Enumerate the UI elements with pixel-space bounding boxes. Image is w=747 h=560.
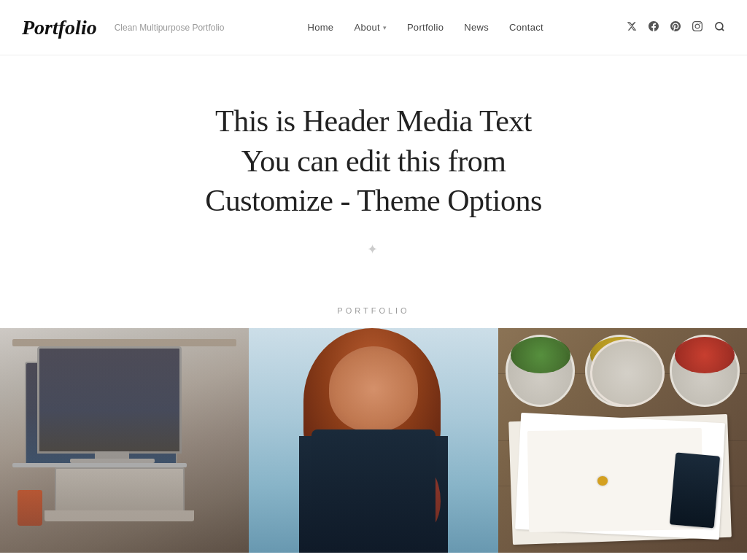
pinterest-icon[interactable] bbox=[670, 21, 681, 34]
search-button[interactable] bbox=[714, 21, 725, 34]
hero-divider-icon: ✦ bbox=[367, 241, 381, 257]
portfolio-section-header: PORTFOLIO bbox=[0, 289, 747, 328]
portfolio-item-flatlay[interactable] bbox=[498, 328, 747, 553]
twitter-icon[interactable] bbox=[627, 21, 637, 34]
instagram-icon[interactable] bbox=[692, 21, 703, 34]
hero-section: This is Header Media Text You can edit t… bbox=[0, 55, 747, 289]
svg-point-0 bbox=[716, 22, 723, 29]
portfolio-item-portrait[interactable] bbox=[249, 328, 498, 553]
pushpin-shape bbox=[597, 476, 608, 485]
phone-shape bbox=[669, 452, 720, 528]
nav-home[interactable]: Home bbox=[308, 22, 334, 33]
header-right bbox=[627, 21, 725, 34]
portfolio-label: PORTFOLIO bbox=[337, 306, 409, 315]
nav-contact[interactable]: Contact bbox=[509, 22, 543, 33]
site-tagline: Clean Multipurpose Portfolio bbox=[115, 23, 225, 33]
nav-news[interactable]: News bbox=[464, 22, 489, 33]
nav-about-wrapper: About ▾ bbox=[354, 22, 386, 33]
portfolio-grid bbox=[0, 328, 747, 553]
main-nav: Home About ▾ Portfolio News Contact bbox=[308, 22, 543, 33]
portfolio-item-workspace[interactable] bbox=[0, 328, 249, 553]
header-left: Portfolio Clean Multipurpose Portfolio bbox=[22, 16, 224, 39]
facebook-icon[interactable] bbox=[649, 21, 659, 34]
site-header: Portfolio Clean Multipurpose Portfolio H… bbox=[0, 0, 747, 55]
mug-shape bbox=[18, 490, 42, 526]
laptop-shape bbox=[55, 467, 184, 513]
svg-line-1 bbox=[721, 28, 724, 31]
monitor-shape bbox=[37, 346, 182, 454]
nav-portfolio[interactable]: Portfolio bbox=[407, 22, 444, 33]
face-shape bbox=[329, 346, 419, 432]
site-title[interactable]: Portfolio bbox=[22, 16, 97, 39]
hero-text: This is Header Media Text You can edit t… bbox=[205, 101, 542, 221]
about-chevron-icon: ▾ bbox=[383, 24, 387, 31]
tattoo-shape bbox=[386, 459, 441, 537]
nav-about[interactable]: About bbox=[354, 22, 379, 33]
